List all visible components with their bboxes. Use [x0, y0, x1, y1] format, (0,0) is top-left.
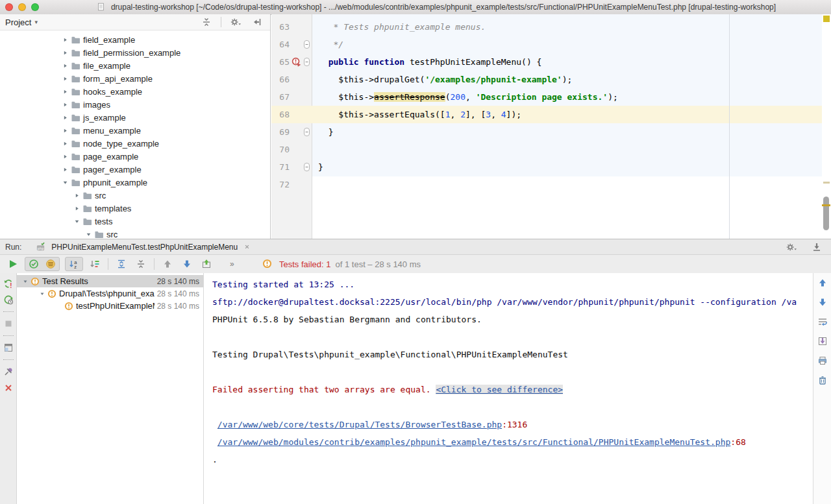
stripe-warning-mark-2[interactable] [822, 204, 830, 206]
rerun-failed-icon[interactable]: ! [1, 277, 16, 290]
stop-icon[interactable] [1, 317, 16, 330]
show-passed-icon[interactable] [25, 258, 42, 270]
expand-all-icon[interactable] [114, 258, 129, 270]
sort-alphabetically-icon[interactable]: az [66, 258, 82, 270]
sort-by-duration-icon[interactable] [87, 258, 103, 270]
chevron-right-icon[interactable] [62, 89, 68, 95]
run-label: Run: [5, 243, 21, 252]
stripe-warning-mark[interactable] [823, 182, 830, 184]
hide-down-icon[interactable] [809, 241, 825, 254]
chevron-right-icon[interactable] [62, 63, 68, 69]
chevron-right-icon[interactable] [74, 193, 80, 198]
chevron-right-icon[interactable] [62, 102, 68, 108]
chevron-down-icon[interactable] [86, 232, 92, 237]
tree-item-menu_example[interactable]: menu_example [0, 124, 270, 137]
restore-layout-icon[interactable] [1, 341, 16, 354]
console-link[interactable]: <Click to see difference> [436, 385, 563, 394]
tree-item-file_example[interactable]: file_example [0, 59, 270, 72]
chevron-down-icon[interactable] [19, 279, 31, 284]
chevron-down-icon[interactable] [74, 219, 80, 224]
editor[interactable]: 63646566676869707172 * Tests phpunit_exa… [271, 14, 831, 239]
tree-item-hooks_example[interactable]: hooks_example [0, 85, 270, 98]
toggle-auto-test-icon[interactable] [1, 293, 16, 306]
tree-item-src[interactable]: src [0, 228, 270, 239]
chevron-right-icon[interactable] [62, 167, 68, 173]
tree-item-src[interactable]: src [0, 189, 270, 202]
chevron-down-icon: ▾ [34, 19, 38, 25]
clear-all-icon[interactable] [815, 374, 830, 387]
export-results-icon[interactable] [199, 258, 214, 270]
tree-item-label: menu_example [83, 126, 141, 136]
chevron-down-icon[interactable] [62, 180, 68, 186]
close-window-button[interactable] [5, 3, 13, 11]
chevron-right-icon[interactable] [74, 206, 80, 211]
code-line-72 [312, 176, 822, 193]
scroll-to-end-icon[interactable] [815, 335, 830, 348]
run-left-toolbar: ! [0, 273, 17, 504]
toolbar-separator [154, 258, 155, 270]
console-link[interactable]: /var/www/web/modules/contrib/examples/ph… [217, 437, 731, 447]
zoom-window-button[interactable] [31, 3, 39, 11]
collapse-all-icon[interactable] [199, 16, 214, 29]
tree-item-pager_example[interactable]: pager_example [0, 163, 270, 176]
fold-marker-icon[interactable] [304, 128, 310, 136]
previous-failed-icon[interactable] [160, 258, 175, 270]
chevron-right-icon[interactable] [62, 141, 68, 147]
console-line: Testing Drupal\Tests\phpunit_example\Fun… [212, 346, 813, 363]
failed-test-icon[interactable] [291, 57, 301, 67]
hide-left-icon[interactable] [249, 16, 265, 29]
tree-item-field_example[interactable]: field_example [0, 33, 270, 46]
pin-icon[interactable] [1, 365, 16, 378]
nav-cluster [160, 258, 214, 270]
chevron-right-icon[interactable] [62, 76, 68, 82]
scroll-up-icon[interactable] [815, 276, 830, 289]
rerun-icon[interactable] [5, 258, 21, 270]
chevrons-icon[interactable]: » [226, 258, 242, 270]
fold-marker-icon[interactable] [304, 163, 310, 171]
tests-failed-text: Tests failed: 1 [279, 259, 331, 269]
close-icon[interactable] [1, 381, 16, 394]
test-tree-row[interactable]: Drupal\Tests\phpunit_example\Functional\… [17, 287, 203, 300]
tree-item-page_example[interactable]: page_example [0, 150, 270, 163]
chevron-right-icon[interactable] [62, 50, 68, 56]
console-link[interactable]: /var/www/web/core/tests/Drupal/Tests/Bro… [217, 420, 502, 429]
tree-item-images[interactable]: images [0, 98, 270, 111]
inspection-indicator-icon[interactable] [823, 16, 830, 22]
chevron-right-icon[interactable] [62, 115, 68, 121]
editor-error-stripe[interactable] [822, 14, 831, 239]
test-tree-row[interactable]: testPhpUnitExampleMenu28 s 140 ms [17, 300, 203, 312]
tree-item-templates[interactable]: templates [0, 202, 270, 215]
line-number: 66 [271, 71, 290, 88]
chevron-right-icon[interactable] [62, 154, 68, 160]
show-ignored-icon[interactable] [42, 258, 59, 270]
tree-item-node_type_example[interactable]: node_type_example [0, 137, 270, 150]
test-console[interactable]: Testing started at 13:25 ...sftp://docke… [204, 273, 813, 504]
tree-item-field_permission_example[interactable]: field_permission_example [0, 46, 270, 59]
project-tree: field_examplefield_permission_examplefil… [0, 30, 270, 239]
run-tab[interactable]: php PHPUnitExampleMenuTest.testPhpUnitEx… [29, 239, 257, 254]
scroll-down-icon[interactable] [815, 296, 830, 309]
test-tree-row[interactable]: Test Results28 s 140 ms [17, 275, 203, 287]
editor-scrollbar-thumb[interactable] [823, 197, 829, 230]
tree-item-tests[interactable]: tests [0, 215, 270, 228]
fold-marker-icon[interactable] [304, 58, 310, 66]
tests-summary-text: of 1 test – 28 s 140 ms [336, 259, 421, 269]
print-icon[interactable] [815, 354, 830, 367]
next-failed-icon[interactable] [179, 258, 195, 270]
chevron-down-icon[interactable] [36, 291, 47, 296]
minimize-window-button[interactable] [18, 3, 26, 11]
run-tab-title: PHPUnitExampleMenuTest.testPhpUnitExampl… [51, 243, 238, 252]
collapse-all-icon[interactable] [133, 258, 149, 270]
fold-marker-icon[interactable] [304, 40, 310, 49]
chevron-right-icon[interactable] [62, 128, 68, 134]
soft-wrap-icon[interactable] [815, 315, 830, 328]
chevron-right-icon[interactable] [62, 37, 68, 43]
project-panel-title[interactable]: Project [5, 18, 31, 27]
gutter-line-63: 63 [271, 18, 312, 36]
tree-item-form_api_example[interactable]: form_api_example [0, 72, 270, 85]
settings-icon[interactable] [228, 16, 243, 29]
settings-icon[interactable] [784, 241, 799, 254]
tab-close-icon[interactable] [241, 242, 253, 252]
tree-item-js_example[interactable]: js_example [0, 111, 270, 124]
tree-item-phpunit_example[interactable]: phpunit_example [0, 176, 270, 189]
